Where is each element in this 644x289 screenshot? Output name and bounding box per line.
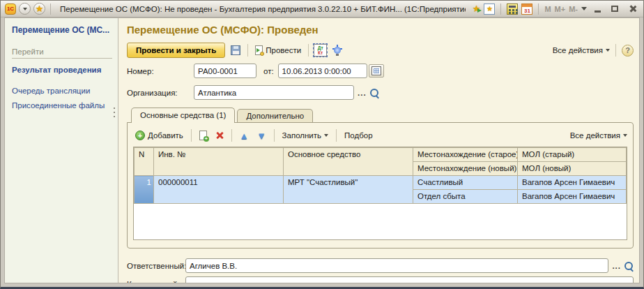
fixed-assets-panel: + Добавить + ▲ ▼ Заполнить Подбор: [127, 122, 634, 249]
copy-icon: +: [199, 131, 207, 140]
calendar-button[interactable]: 31: [521, 3, 532, 15]
location-old-cell[interactable]: Счастливый: [413, 176, 518, 190]
col-header-mol-old[interactable]: МОЛ (старый): [518, 148, 627, 162]
col-header-n[interactable]: N: [135, 148, 154, 176]
tab-fixed-assets[interactable]: Основные средства (1): [131, 108, 235, 123]
col-header-location-new[interactable]: Местонахождение (новый): [413, 162, 518, 176]
favorites-button[interactable]: ★: [33, 3, 45, 15]
assets-table-container: N Инв. № Основное средство Местонахожден…: [133, 147, 627, 240]
postings-dtkt-button[interactable]: Дт Кт: [314, 44, 327, 57]
all-actions-button[interactable]: Все действия: [553, 46, 610, 54]
fill-button[interactable]: Заполнить: [280, 130, 330, 141]
number-field[interactable]: РА00-0001: [194, 64, 256, 78]
fill-label: Заполнить: [282, 131, 321, 140]
post-and-close-button[interactable]: Провести и закрыть: [127, 43, 225, 58]
assets-table: N Инв. № Основное средство Местонахожден…: [134, 147, 627, 204]
main-form: Перемещение ОС (МСФО): Проведен Провести…: [118, 18, 639, 283]
pick-button[interactable]: Подбор: [342, 130, 375, 141]
tab-strip: Основные средства (1) Дополнительно: [127, 108, 634, 122]
memory-plus-button[interactable]: M+: [555, 5, 566, 13]
sidebar-item-posting-result[interactable]: Результат проведения: [12, 66, 114, 74]
footer-fields: Ответственный: Агличев В.В. ... Коммента…: [127, 255, 634, 283]
star-icon: ★: [36, 4, 44, 13]
organization-field[interactable]: Атлантика: [194, 85, 354, 100]
comment-field[interactable]: [185, 276, 634, 283]
organization-field-buttons: ...: [356, 88, 379, 98]
minimize-button[interactable]: [590, 3, 604, 15]
choose-button[interactable]: ...: [611, 262, 622, 270]
separator: [308, 44, 309, 57]
grid-toolbar-right: Все действия: [570, 131, 627, 140]
search-icon[interactable]: [369, 88, 379, 98]
chevron-down-icon: [23, 8, 27, 10]
grid-all-actions-label: Все действия: [570, 131, 620, 140]
col-header-asset[interactable]: Основное средство: [284, 148, 413, 176]
asset-cell[interactable]: МРТ "Счастливый": [284, 176, 413, 204]
add-row-button[interactable]: + Добавить: [133, 129, 185, 142]
add-to-favorites-button[interactable]: ★: [473, 4, 481, 13]
credit-label: Кт: [318, 50, 323, 55]
splitter-grip[interactable]: [114, 108, 115, 120]
app-window: 1С ★ Перемещение ОС (МСФО): Не проведен …: [0, 0, 644, 289]
tab-additional[interactable]: Дополнительно: [237, 109, 313, 122]
help-button[interactable]: ?: [622, 45, 634, 57]
copy-row-button[interactable]: +: [197, 129, 209, 142]
sidebar-item-attached-files[interactable]: Присоединенные файлы: [12, 101, 114, 110]
choose-button[interactable]: ...: [356, 89, 368, 97]
chevron-down-icon: [623, 134, 627, 137]
page-title: Перемещение ОС (МСФО): Проведен: [127, 24, 634, 36]
calendar-icon: 31: [524, 8, 530, 14]
close-button[interactable]: [625, 3, 639, 15]
sidebar-item-translation-queue[interactable]: Очередь трансляции: [12, 87, 114, 95]
post-document-icon: [255, 45, 263, 55]
memory-recall-button[interactable]: M: [544, 5, 551, 13]
main-menu-button[interactable]: [19, 3, 31, 15]
arrow-down-icon: ▼: [257, 131, 266, 140]
col-header-location-old[interactable]: Местонахождение (старое): [413, 148, 518, 162]
inv-number-cell[interactable]: 000000011: [154, 176, 284, 204]
col-header-inv[interactable]: Инв. №: [154, 148, 284, 176]
show-favorites-button[interactable]: ★: [484, 3, 495, 15]
grid-all-actions-button[interactable]: Все действия: [570, 131, 627, 140]
separator: [336, 129, 337, 142]
separator: [231, 129, 232, 142]
comment-row: Комментарий:: [127, 276, 634, 283]
comment-label: Комментарий:: [127, 280, 185, 283]
number-row: Номер: РА00-0001 от: 10.06.2013 0:00:00: [127, 64, 634, 78]
grid-toolbar: + Добавить + ▲ ▼ Заполнить Подбор: [133, 126, 627, 144]
separator: [538, 3, 539, 15]
memory-minus-button[interactable]: M-: [569, 5, 578, 13]
location-new-cell[interactable]: Отдел сбыта: [413, 190, 518, 204]
close-icon: [629, 5, 636, 13]
arrow-up-icon: ▲: [240, 131, 249, 140]
date-field[interactable]: 10.06.2013 0:00:00: [278, 64, 367, 78]
responsible-row: Ответственный: Агличев В.В. ...: [127, 258, 634, 273]
mol-old-cell[interactable]: Вагапов Арсен Гимаевич: [518, 176, 627, 190]
calculator-icon: [509, 6, 516, 8]
chevron-down-icon: [606, 49, 610, 52]
maximize-icon: [611, 6, 618, 12]
search-icon[interactable]: [624, 261, 634, 271]
save-button[interactable]: [229, 44, 243, 57]
post-button[interactable]: Провести: [253, 44, 303, 57]
sidebar-document-link[interactable]: Перемещение ОС (МС...: [12, 25, 114, 35]
move-down-button[interactable]: ▼: [255, 130, 268, 142]
chevron-down-icon[interactable]: [581, 7, 587, 10]
mol-new-cell[interactable]: Вагапов Арсен Гимаевич: [518, 190, 627, 204]
col-header-mol-new[interactable]: МОЛ (новый): [518, 162, 627, 176]
organization-label: Организация:: [127, 89, 194, 97]
delete-icon: [215, 131, 224, 140]
save-icon: [231, 45, 240, 55]
responsible-field[interactable]: Агличев В.В.: [185, 258, 608, 273]
post-button-label: Провести: [266, 46, 301, 54]
move-up-button[interactable]: ▲: [238, 130, 251, 142]
date-picker-button[interactable]: [369, 64, 384, 77]
all-actions-label: Все действия: [553, 46, 603, 54]
row-selector-cell[interactable]: 1: [135, 176, 154, 204]
minimize-icon: [595, 10, 601, 13]
table-row[interactable]: 1 000000011 МРТ "Счастливый" Счастливый …: [135, 176, 627, 190]
maximize-button[interactable]: [608, 3, 622, 15]
calculator-button[interactable]: [507, 3, 518, 15]
explain-button[interactable]: [330, 43, 344, 57]
delete-row-button[interactable]: [213, 130, 226, 141]
